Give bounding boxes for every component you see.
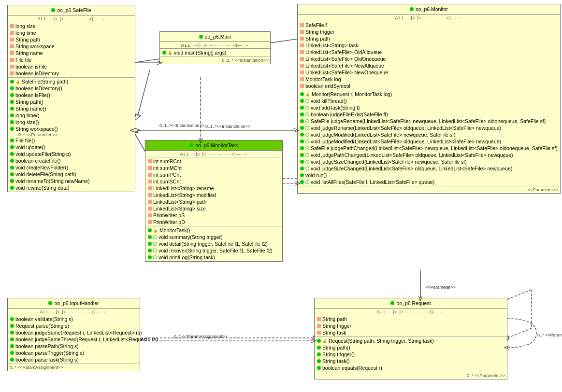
monitor-box: oo_p6.Monitor ALL ···▷ ▷ ···· ··· ··· ◁—… [297,4,561,194]
safefile-fields: long size long time String path String w… [8,22,135,78]
method-icon [300,133,304,137]
method-icon2 [305,99,309,103]
table-row: String task [316,329,506,336]
method-icon [300,146,304,150]
field-icon [300,30,304,34]
method-icon2 [305,153,309,157]
svg-text:0..1..*<<Instantiation>>: 0..1..*<<Instantiation>> [159,123,204,128]
inputhandler-toolbar: ALL ···▷ ▷ ···· ··· ··· ◁— → [8,308,140,315]
method-icon [10,113,14,117]
table-row: MonitorTask log [299,76,559,83]
method-icon [300,173,304,177]
main-box: oo_p6.Main ALL ···▷ ▷ ···· ··· ··· ◁— → … [159,31,271,64]
table-row: String workspace [9,43,134,50]
method-icon [162,51,166,55]
method-icon [10,317,14,321]
table-row: void judgeModified(LinkedList<SafeFile> … [299,131,559,138]
method-icon [10,324,14,328]
method-icon [10,139,14,142]
table-row: LinkedList<String> path [146,198,281,205]
method-icon [10,331,14,335]
table-row: boolean judgeSameThread(Request r, Linke… [9,336,139,343]
field-icon [148,166,152,170]
method-icon [10,179,14,183]
field-icon [148,207,152,210]
table-row: void updateFile(String p) [9,151,134,157]
svg-text:0..* <<ParamAssignment>>: 0..* <<ParamAssignment>> [174,334,228,339]
method-icon [300,140,304,143]
table-row: long time [9,29,134,36]
table-row: boolean parsePath(String s) [9,343,139,350]
method-icon [10,107,14,111]
table-row: void rewrite(String data) [9,184,134,191]
table-row: LinkedList<SafeFile> NewAllqueue [299,62,559,69]
field-icon [300,64,304,68]
table-row: SafeFile judgePathChanged(LinkedList<Saf… [299,145,559,152]
method-icon [300,126,304,130]
monitor-icon [410,7,414,11]
monitor-fields: SafeFile f String trigger String path Li… [298,21,560,90]
method-icon [10,358,14,362]
method-icon2 [305,160,309,164]
table-row: Request parse(String s) [9,322,139,329]
field-icon [148,200,152,204]
field-icon [300,50,304,54]
table-row: LinkedList<String> size [146,205,281,212]
table-row: String name [9,50,134,56]
monitortask-toolbar: ALL ···▷ ▷ ···· ··· ··· ◁— → [145,151,282,157]
field-icon [317,317,321,321]
safefile-methods: 🔒SafeFile(String path) boolean isDirecto… [8,78,135,192]
table-row: void judgeModified(LinkedList<SafeFile> … [299,138,559,145]
table-row: String workspace() [9,126,134,132]
field-icon [10,44,14,48]
table-row: void addTask(String t) [299,104,559,111]
method-icon [10,351,14,355]
table-row: File file [9,56,134,63]
svg-text:0..* <<Parameter>>: 0..* <<Parameter>> [537,333,562,337]
table-row: int sumRCnt [146,158,281,165]
main-icon [199,35,203,39]
table-row: void run() [299,172,559,179]
method-icon2 [305,119,309,123]
field-icon [300,77,304,81]
table-row: LinkedList<String> modified [146,192,281,198]
inputhandler-methods: boolean validate(String s) Request parse… [8,315,140,364]
field-icon [300,23,304,27]
svg-text:0..1..*<<Instantiation>>: 0..1..*<<Instantiation>> [205,124,250,129]
table-row: void renameTo(String newName) [9,178,134,184]
method-icon2 [305,133,309,137]
monitortask-header: oo_p6.MonitorTask [145,140,282,151]
table-row: String trigger() [316,351,506,358]
table-row: void killThread() [299,98,559,104]
method-icon [148,235,152,239]
field-icon [148,186,152,190]
table-row: PrintWriter pS [146,212,281,219]
table-row: void printLog(String task) [146,254,281,261]
svg-line-7 [507,328,532,338]
method-icon2 [153,255,157,259]
monitor-title: oo_p6.Monitor [416,6,448,12]
method-icon [300,99,304,103]
table-row: boolean judgeFileExist(SafeFile ff) [299,111,559,118]
table-row: void update() [9,144,134,151]
request-box: oo_p6.Request ALL ···▷ ▷ ···· ··· ··· ◁—… [314,298,507,379]
method-icon [300,119,304,123]
table-row: String path() [9,98,134,105]
table-row: int sumPCnt [146,171,281,178]
table-row: File file() [9,137,134,144]
table-row: void judgePathChanged(LinkedList<SafeFil… [299,152,559,158]
table-row: void recover(String trigger, SafeFile f1… [146,247,281,254]
method-icon [10,172,14,176]
table-row: String path() [316,344,506,351]
field-icon [300,70,304,74]
method-icon [300,112,304,116]
method-icon [300,160,304,164]
method-icon [148,242,152,246]
table-row: void deleteFile(String path) [9,171,134,178]
table-row: long size [9,23,134,29]
field-icon [300,37,304,41]
table-row: String path [316,316,506,322]
safefile-title: oo_p6.SafeFile [57,7,91,13]
field-icon [300,84,304,88]
method-icon [300,92,304,96]
